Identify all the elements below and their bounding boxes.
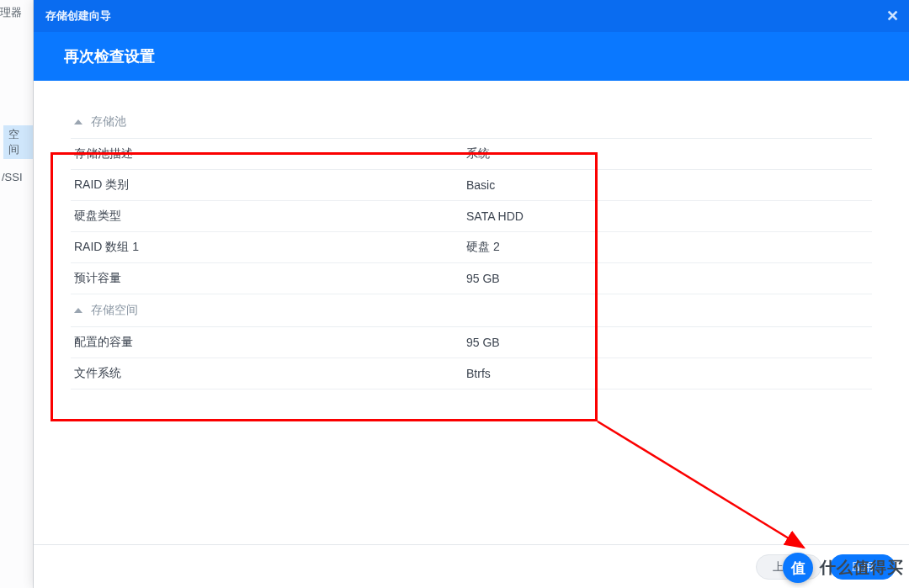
row-label: 文件系统 [71,366,466,381]
row-value: 硬盘 2 [466,240,872,255]
section-header-storage-pool[interactable]: 存储池 [71,106,872,139]
section-title: 存储空间 [91,303,138,318]
summary-row: 硬盘类型 SATA HDD [71,201,872,232]
storage-wizard-modal: 存储创建向导 ✕ 再次检查设置 存储池 存储池描述 系统 RAID 类别 Bas… [34,0,909,588]
background-sidebar-fragment: 理器 空间 /SSI [0,0,34,588]
row-value: 95 GB [466,336,872,349]
close-icon[interactable]: ✕ [886,7,899,25]
row-value: SATA HDD [466,209,872,223]
modal-heading-text: 再次检查设置 [64,46,155,66]
bg-text-fragment-selected: 空间 [3,125,33,159]
modal-footer: 上一步 应用 [34,544,909,588]
row-label: 硬盘类型 [71,209,466,224]
chevron-up-icon [74,119,82,124]
summary-row: RAID 数组 1 硬盘 2 [71,232,872,263]
modal-title: 存储创建向导 [45,8,111,24]
watermark: 值 什么值得买 [783,553,904,583]
row-value: 95 GB [466,272,872,285]
bg-text-fragment: 理器 [0,5,22,20]
bg-text-fragment: /SSI [2,171,23,183]
summary-row: 文件系统 Btrfs [71,358,872,389]
row-value: Basic [466,178,872,192]
row-value: 系统 [466,146,872,162]
row-label: RAID 数组 1 [71,240,466,255]
row-value: Btrfs [466,367,872,380]
section-title: 存储池 [91,114,126,130]
modal-titlebar: 存储创建向导 ✕ [34,0,909,32]
summary-row: RAID 类别 Basic [71,170,872,201]
summary-row: 存储池描述 系统 [71,139,872,170]
section-header-volume[interactable]: 存储空间 [71,294,872,327]
row-label: RAID 类别 [71,177,466,193]
watermark-badge-icon: 值 [783,553,813,583]
summary-row: 预计容量 95 GB [71,263,872,294]
modal-body: 存储池 存储池描述 系统 RAID 类别 Basic 硬盘类型 SATA HDD… [34,81,909,588]
row-label: 存储池描述 [71,146,466,162]
modal-heading: 再次检查设置 [34,32,909,81]
watermark-text: 什么值得买 [820,557,904,579]
row-label: 预计容量 [71,271,466,286]
summary-row: 配置的容量 95 GB [71,327,872,358]
chevron-up-icon [74,308,82,313]
row-label: 配置的容量 [71,335,466,350]
